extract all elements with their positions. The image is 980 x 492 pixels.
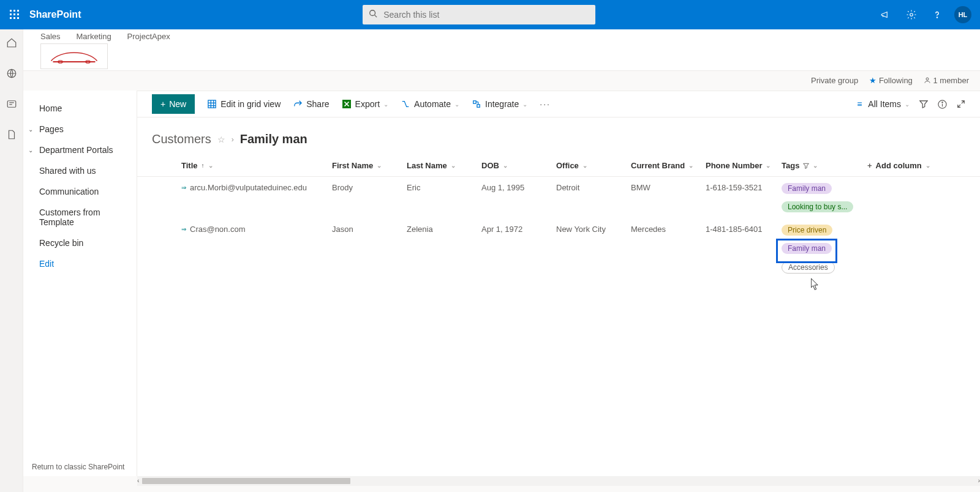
globe-icon[interactable]: [4, 66, 19, 81]
integrate-icon: [472, 99, 481, 109]
scrollbar-thumb[interactable]: [142, 478, 350, 484]
follow-button[interactable]: ★ Following: [869, 76, 913, 85]
tag-pill[interactable]: Family man: [782, 243, 832, 254]
gear-icon[interactable]: [903, 6, 920, 23]
col-dob[interactable]: DOB⌄: [481, 161, 556, 170]
news-icon[interactable]: [4, 97, 19, 111]
chevron-down-icon: ⌄: [454, 101, 459, 108]
col-phone[interactable]: Phone Number⌄: [706, 161, 782, 170]
chevron-down-icon: ⌄: [28, 147, 34, 154]
breadcrumb-parent[interactable]: Customers: [152, 132, 211, 146]
share-icon: [293, 99, 303, 109]
svg-point-32: [942, 102, 943, 102]
tag-pill[interactable]: Accessories: [782, 261, 835, 274]
search-input[interactable]: [363, 5, 595, 24]
search-wrap: [363, 5, 595, 24]
return-classic-link[interactable]: Return to classic SharePoint: [32, 463, 124, 471]
chevron-right-icon: ›: [232, 135, 234, 144]
svg-rect-5: [17, 13, 19, 15]
col-fname[interactable]: First Name⌄: [332, 161, 407, 170]
integrate-button[interactable]: Integrate ⌄: [472, 99, 527, 109]
list-table: Title↑⌄ First Name⌄ Last Name⌄ DOB⌄ Offi…: [137, 155, 980, 280]
home-icon[interactable]: [4, 35, 19, 50]
export-button[interactable]: Export ⌄: [342, 99, 388, 109]
group-info-bar: Private group ★ Following 1 member: [23, 71, 980, 89]
tag-pill[interactable]: Looking to buy s...: [782, 201, 853, 212]
col-lname[interactable]: Last Name⌄: [407, 161, 481, 170]
nav-edit[interactable]: Edit: [23, 253, 137, 274]
sort-asc-icon: ↑: [202, 162, 205, 169]
hub-link-marketing[interactable]: Marketing: [77, 32, 111, 41]
horizontal-scrollbar[interactable]: ‹ ›: [137, 476, 980, 486]
hub-link-projectapex[interactable]: ProjectApex: [127, 32, 170, 41]
new-button[interactable]: +New: [152, 94, 195, 114]
cell-phone: 1-481-185-6401: [706, 225, 782, 234]
more-button[interactable]: ···: [540, 99, 551, 109]
svg-rect-26: [473, 101, 476, 103]
table-header: Title↑⌄ First Name⌄ Last Name⌄ DOB⌄ Offi…: [137, 155, 980, 177]
app-name[interactable]: SharePoint: [29, 9, 81, 20]
view-selector[interactable]: ≡All Items ⌄: [854, 99, 910, 109]
cell-office: New York City: [556, 225, 631, 234]
add-column-button[interactable]: +Add column⌄: [867, 161, 941, 170]
plus-icon: +: [160, 99, 165, 109]
scroll-right-icon[interactable]: ›: [978, 477, 980, 484]
breadcrumb-current: Family man: [240, 132, 307, 146]
svg-rect-1: [13, 10, 15, 12]
nav-department-portals[interactable]: ⌄Department Portals: [23, 140, 137, 160]
svg-rect-14: [7, 101, 16, 108]
nav-communication[interactable]: Communication: [23, 181, 137, 202]
cell-fname: Jason: [332, 225, 407, 234]
col-brand[interactable]: Current Brand⌄: [631, 161, 706, 170]
share-button[interactable]: Share: [293, 99, 329, 109]
chevron-down-icon: ⌄: [582, 162, 587, 169]
nav-pages[interactable]: ⌄Pages: [23, 119, 137, 140]
cell-title[interactable]: ⇗arcu.Morbi@vulputateduinec.edu: [181, 183, 332, 192]
nav-recycle-bin[interactable]: Recycle bin: [23, 233, 137, 253]
hub-link-sales[interactable]: Sales: [40, 32, 61, 41]
members-button[interactable]: 1 member: [924, 76, 969, 85]
table-row[interactable]: ⇗Cras@non.com Jason Zelenia Apr 1, 1972 …: [137, 218, 980, 280]
filter-applied-icon: [803, 163, 809, 169]
site-logo[interactable]: [40, 43, 108, 69]
nav-shared-with-us[interactable]: Shared with us: [23, 160, 137, 181]
chevron-down-icon: ⌄: [813, 162, 818, 169]
chevron-down-icon: ⌄: [383, 101, 388, 108]
col-office[interactable]: Office⌄: [556, 161, 631, 170]
svg-rect-4: [13, 13, 15, 15]
automate-button[interactable]: Automate ⌄: [401, 99, 459, 109]
cell-dob: Apr 1, 1972: [481, 225, 556, 234]
nav-customers-from-template[interactable]: Customers from Template: [23, 202, 137, 233]
expand-button[interactable]: [957, 100, 965, 108]
nav-home[interactable]: Home: [23, 98, 137, 119]
megaphone-icon[interactable]: [877, 6, 894, 23]
link-icon: ⇗: [179, 184, 187, 192]
cell-lname: Zelenia: [407, 225, 481, 234]
cell-brand: BMW: [631, 183, 706, 192]
col-tags[interactable]: Tags⌄: [782, 161, 867, 170]
info-button[interactable]: [938, 100, 947, 109]
excel-icon: [342, 99, 352, 109]
svg-point-19: [926, 78, 929, 80]
edit-grid-button[interactable]: Edit in grid view: [207, 99, 281, 109]
tag-pill[interactable]: Price driven: [782, 225, 832, 236]
col-title[interactable]: Title↑⌄: [181, 161, 332, 170]
filter-button[interactable]: [919, 100, 928, 108]
avatar[interactable]: HL: [954, 6, 971, 23]
scroll-left-icon[interactable]: ‹: [137, 477, 139, 484]
cell-office: Detroit: [556, 183, 631, 192]
cell-tags: Price drivenFamily manAccessories: [782, 225, 867, 274]
svg-point-12: [937, 17, 937, 18]
chevron-down-icon: ⌄: [208, 162, 213, 169]
svg-rect-20: [208, 100, 216, 108]
suite-bar: SharePoint HL: [0, 0, 980, 29]
cell-title[interactable]: ⇗Cras@non.com: [181, 225, 332, 234]
app-launcher-icon[interactable]: [5, 5, 24, 24]
favorite-star-icon[interactable]: ☆: [217, 135, 225, 144]
help-icon[interactable]: [929, 6, 946, 23]
files-icon[interactable]: [4, 127, 19, 142]
cell-dob: Aug 1, 1995: [481, 183, 556, 192]
table-row[interactable]: ⇗arcu.Morbi@vulputateduinec.edu Brody Er…: [137, 177, 980, 218]
chevron-down-icon: ⌄: [766, 162, 771, 169]
tag-pill[interactable]: Family man: [782, 183, 832, 194]
